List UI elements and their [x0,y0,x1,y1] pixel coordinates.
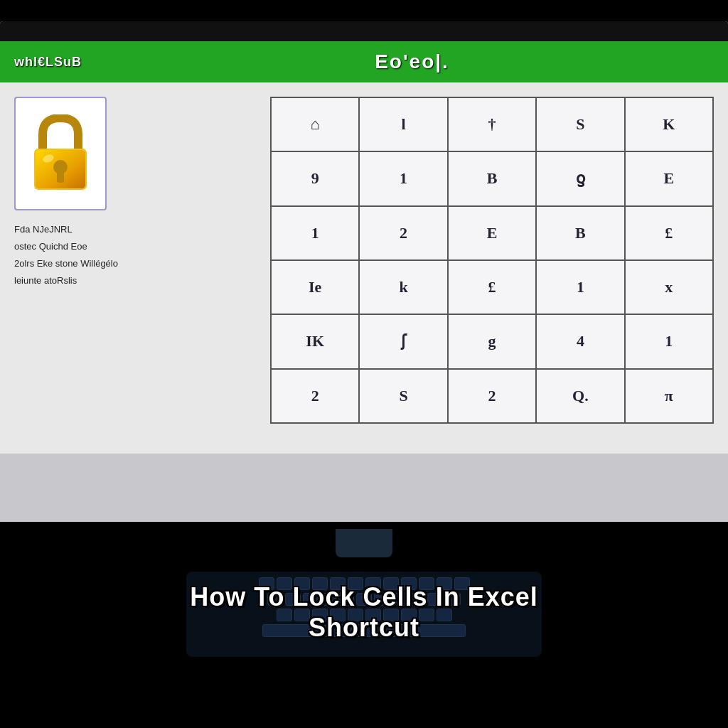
grid-cell[interactable]: Ie [272,261,358,314]
grid-container: ⌂l†SK91BƍE12EB£Iek£1xIKʃg412S2Q.π [270,97,714,424]
grid-cell[interactable]: IK [272,315,358,368]
grid-cell[interactable]: S [360,370,446,422]
grid-cell[interactable]: 1 [537,261,623,314]
grid-cell[interactable]: 4 [537,315,623,368]
screen-top-bar [0,21,728,41]
caption-line1: How To Lock Cells In Excel [190,582,537,612]
lock-icon [28,114,92,193]
grid-cell[interactable]: 1 [360,152,446,205]
caption-text: How To Lock Cells In Excel Shortcut [190,582,537,643]
grid-cell[interactable]: B [449,152,535,205]
grid-cell[interactable]: S [537,98,623,151]
grid-cell[interactable]: g [449,315,535,368]
svg-rect-3 [57,171,64,183]
grid-cell[interactable]: ʃ [360,315,446,368]
screen-container: whl€LSuB Eo'eo|. [0,0,728,728]
desc-line-3: 2olrs Eke stone Willégélo [14,256,228,272]
grid-cell[interactable]: x [626,261,712,314]
grid-cell[interactable]: 9 [272,152,358,205]
header-left-text: whl€LSuB [14,55,82,70]
desc-line-4: leiunte atoRslis [14,273,228,289]
grid-cell[interactable]: 2 [360,207,446,259]
lock-icon-box [14,97,107,210]
header-right-text: Eo'eo|. [110,50,714,73]
green-header: whl€LSuB Eo'eo|. [0,41,728,82]
desc-line-2: ostec Quichd Eoe [14,239,228,255]
grid-cell[interactable]: π [626,370,712,422]
spreadsheet-panel: ⌂l†SK91BƍE12EB£Iek£1xIKʃg412S2Q.π [270,97,714,438]
left-panel: Fda NJeJNRL ostec Quichd Eoe 2olrs Eke s… [14,97,256,438]
grid-cell[interactable]: k [360,261,446,314]
grid-cell[interactable]: 2 [272,370,358,422]
grid-cell[interactable]: 2 [449,370,535,422]
grid-cell[interactable]: E [449,207,535,259]
content-area: Fda NJeJNRL ostec Quichd Eoe 2olrs Eke s… [0,82,728,452]
grid-cell[interactable]: E [626,152,712,205]
grid-cell[interactable]: Q. [537,370,623,422]
grid-cell[interactable]: † [449,98,535,151]
monitor: whl€LSuB Eo'eo|. [0,21,728,547]
grid-cell[interactable]: £ [449,261,535,314]
monitor-stand [336,529,392,557]
grid-cell[interactable]: ƍ [537,152,623,205]
desc-line-1: Fda NJeJNRL [14,222,228,237]
caption-line2: Shortcut [190,612,537,643]
grid-cell[interactable]: £ [626,207,712,259]
grid-cell[interactable]: K [626,98,712,151]
grid-cell[interactable]: ⌂ [272,98,358,151]
grid-cell[interactable]: 1 [626,315,712,368]
grid-cell[interactable]: B [537,207,623,259]
grid-cell[interactable]: l [360,98,446,151]
grid-cell[interactable]: 1 [272,207,358,259]
excel-area: whl€LSuB Eo'eo|. [0,41,728,454]
bottom-caption: How To Lock Cells In Excel Shortcut [0,582,728,643]
description-text: Fda NJeJNRL ostec Quichd Eoe 2olrs Eke s… [14,222,228,290]
